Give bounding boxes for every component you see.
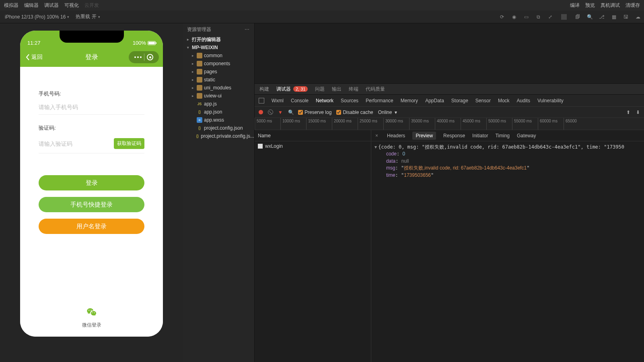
save-icon[interactable]: 🖫 xyxy=(623,14,629,20)
close-ring-icon[interactable] xyxy=(147,54,153,60)
upload-icon[interactable]: ⬆ xyxy=(626,110,630,115)
device-selector[interactable]: iPhone 12/13 (Pro) 100% 16▾ xyxy=(3,14,71,20)
record-icon[interactable]: ◉ xyxy=(511,14,517,20)
split-icon[interactable]: ⧉ xyxy=(535,14,541,20)
branch-icon[interactable]: ⎇ xyxy=(599,14,605,20)
download-icon[interactable]: ⬇ xyxy=(636,110,640,115)
devtools-outer-tabs: 构建调试器2, 31问题输出终端代码质量 xyxy=(255,83,644,95)
wechat-icon[interactable] xyxy=(86,307,97,318)
panel-tab[interactable]: Sources xyxy=(341,98,358,103)
panel-tab[interactable]: Audits xyxy=(517,98,530,103)
menu-dots-icon[interactable] xyxy=(132,56,144,58)
tree-folder[interactable]: ▸components xyxy=(183,60,254,68)
detail-tab[interactable]: Initiator xyxy=(472,133,488,139)
tree-open-editors[interactable]: ▸打开的编辑器 xyxy=(183,35,254,43)
devtab[interactable]: 输出 xyxy=(332,86,342,93)
detail-tab[interactable]: Response xyxy=(443,133,465,139)
request-list-header: Name xyxy=(255,130,371,141)
phone-notch xyxy=(60,31,124,43)
devtab[interactable]: 问题 xyxy=(315,86,325,93)
hotreload-selector[interactable]: 热重载 开▾ xyxy=(74,13,101,20)
phone-label: 手机号码: xyxy=(39,90,144,97)
ext-icon[interactable]: ▦ xyxy=(611,14,617,20)
code-label: 验证码: xyxy=(39,124,144,132)
menu-item[interactable]: 模拟器 xyxy=(4,2,19,9)
main-menu: 模拟器编辑器调试器可视化云开发 编译预览真机调试清缓存 xyxy=(0,0,644,10)
simulator-panel: 11:27 100% 返回 登录 手机号码: 验证码: xyxy=(0,23,183,362)
detail-tab[interactable]: Preview xyxy=(412,132,436,140)
tree-file[interactable]: {}project.private.config.js... xyxy=(183,132,254,140)
menu-item[interactable]: 编译 xyxy=(570,2,580,9)
capsule-button[interactable] xyxy=(129,51,159,63)
more-icon[interactable]: ⋯ xyxy=(245,27,250,32)
phone-navbar: 返回 登录 xyxy=(20,48,163,67)
menu-item[interactable]: 预览 xyxy=(585,2,595,9)
devtab[interactable]: 构建 xyxy=(259,86,269,93)
code-input[interactable] xyxy=(39,141,114,147)
tree-file[interactable]: ≡app.wxss xyxy=(183,116,254,124)
device-icon[interactable]: ▭ xyxy=(523,14,529,20)
panel-tab[interactable]: Performance xyxy=(366,98,393,103)
menu-item[interactable]: 真机调试 xyxy=(601,2,620,9)
detail-tab[interactable]: Headers xyxy=(387,133,405,139)
preserve-log-checkbox[interactable]: Preserve log xyxy=(298,110,331,115)
menu-item[interactable]: 编辑器 xyxy=(24,2,39,9)
preview-json[interactable]: ▾ {code: 0, msg: "授权失败,invalid code, rid… xyxy=(371,141,644,362)
tree-folder[interactable]: ▸uview-ui xyxy=(183,92,254,100)
username-login-button[interactable]: 用户名登录 xyxy=(39,219,144,234)
devtab[interactable]: 调试器 xyxy=(276,86,291,93)
cloud-icon[interactable]: ☁ xyxy=(635,14,641,20)
tree-folder[interactable]: ▸pages xyxy=(183,68,254,76)
panel-tab[interactable]: Mock xyxy=(498,98,510,103)
status-time: 11:27 xyxy=(27,40,41,46)
detail-tab[interactable]: Gateway xyxy=(517,133,536,139)
panel-tab[interactable]: Sensor xyxy=(475,98,491,103)
devtab[interactable]: 代码质量 xyxy=(366,86,385,93)
page-title: 登录 xyxy=(85,53,98,62)
panel-tab[interactable]: Memory xyxy=(401,98,418,103)
battery-icon xyxy=(148,41,156,45)
filter-icon[interactable]: ▼ xyxy=(278,110,283,115)
tree-folder[interactable]: ▸uni_modules xyxy=(183,84,254,92)
panel-tab[interactable]: Wxml xyxy=(272,98,284,103)
search-icon[interactable]: 🔍 xyxy=(288,110,293,115)
tree-folder[interactable]: ▸common xyxy=(183,52,254,60)
throttling-select[interactable]: Online ▾ xyxy=(378,110,397,115)
disable-cache-checkbox[interactable]: Disable cache xyxy=(336,110,373,115)
panel-tab[interactable]: Console xyxy=(291,98,309,103)
wechat-login-label[interactable]: 微信登录 xyxy=(39,322,144,329)
refresh-icon[interactable]: ⟳ xyxy=(499,14,505,20)
request-item[interactable]: wxLogin xyxy=(255,141,371,151)
element-picker-icon[interactable] xyxy=(259,98,264,103)
detail-tab[interactable]: Timing xyxy=(495,133,510,139)
simulator-toolbar: iPhone 12/13 (Pro) 100% 16▾ 热重载 开▾ ⟳ ◉ ▭… xyxy=(0,10,644,23)
tree-file[interactable]: JSapp.js xyxy=(183,100,254,108)
back-button[interactable]: 返回 xyxy=(26,54,43,61)
search-icon[interactable]: 🔍 xyxy=(587,14,593,20)
panel-tab[interactable]: Network xyxy=(316,98,333,103)
tree-file[interactable]: {}project.config.json xyxy=(183,124,254,132)
network-toolbar: ▼ 🔍 Preserve log Disable cache Online ▾ … xyxy=(255,107,644,118)
menu-item[interactable]: 调试器 xyxy=(44,2,59,9)
devtools-panel-tabs: WxmlConsoleNetworkSourcesPerformanceMemo… xyxy=(255,95,644,107)
get-code-button[interactable]: 获取验证码 xyxy=(114,138,144,149)
popout-icon[interactable]: ⤢ xyxy=(547,14,553,20)
network-timeline-ruler[interactable]: 5000 ms10000 ms15000 ms20000 ms25000 ms3… xyxy=(255,118,644,130)
login-button[interactable]: 登录 xyxy=(39,175,144,190)
menu-item[interactable]: 清缓存 xyxy=(625,2,640,9)
clear-icon[interactable] xyxy=(268,110,273,115)
request-list: Name wxLogin xyxy=(255,130,371,362)
panel-tab[interactable]: AppData xyxy=(425,98,444,103)
tree-file[interactable]: {}app.json xyxy=(183,108,254,116)
menu-item[interactable]: 可视化 xyxy=(64,2,79,9)
tree-project[interactable]: ▾MP-WEIXIN xyxy=(183,43,254,52)
panel-tab[interactable]: Storage xyxy=(451,98,468,103)
quick-login-button[interactable]: 手机号快捷登录 xyxy=(39,197,144,212)
phone-input[interactable] xyxy=(39,104,144,110)
panel-tab[interactable]: Vulnerability xyxy=(537,98,564,103)
close-detail-button[interactable]: × xyxy=(375,133,378,139)
devtab[interactable]: 终端 xyxy=(349,86,358,93)
record-button[interactable] xyxy=(259,110,263,114)
tree-folder[interactable]: ▸static xyxy=(183,76,254,84)
files-icon[interactable]: 🗐 xyxy=(575,14,580,20)
